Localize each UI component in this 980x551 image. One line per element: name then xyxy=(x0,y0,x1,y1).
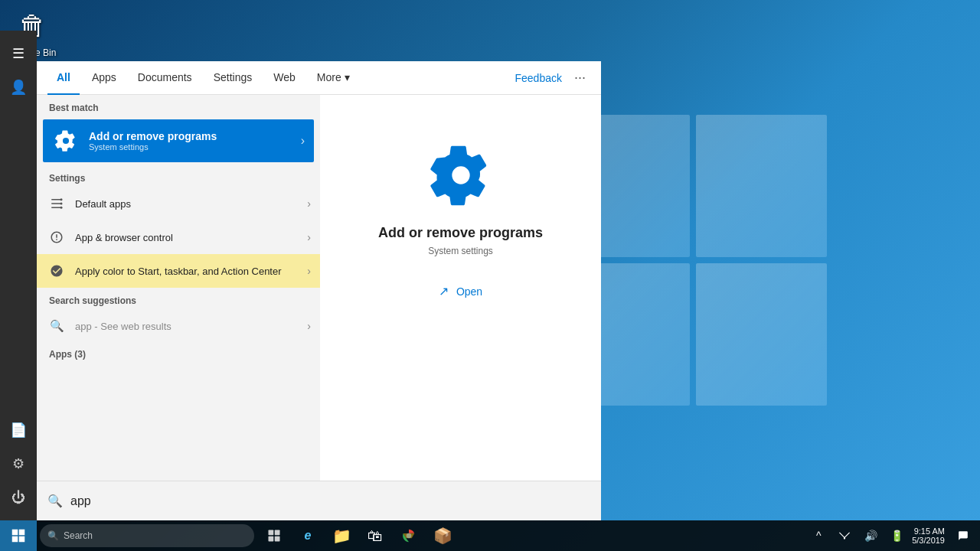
svg-point-0 xyxy=(60,198,63,201)
detail-action-label: Open xyxy=(456,285,482,298)
search-bar-icon: 🔍 xyxy=(47,494,63,508)
taskbar-app-edge[interactable]: e xyxy=(291,520,325,551)
taskbar-action-center[interactable] xyxy=(952,525,974,546)
taskbar-app-taskview[interactable] xyxy=(257,520,291,551)
svg-rect-10 xyxy=(275,536,280,542)
tab-all[interactable]: All xyxy=(47,61,80,95)
result-default-apps[interactable]: Default apps › xyxy=(37,187,320,220)
tab-bar: All Apps Documents Settings Web More ▾ F… xyxy=(37,61,601,95)
taskbar-search-icon: 🔍 xyxy=(47,530,59,541)
start-button[interactable] xyxy=(0,520,37,551)
sidebar-settings[interactable]: ⚙ xyxy=(3,448,34,479)
apply-color-icon xyxy=(46,260,67,282)
taskbar-battery[interactable]: 🔋 xyxy=(886,525,907,546)
best-match-arrow-icon: › xyxy=(301,134,305,148)
detail-subtitle: System settings xyxy=(428,246,493,256)
taskbar-app-explorer[interactable]: 📁 xyxy=(325,520,358,551)
tab-settings[interactable]: Settings xyxy=(204,61,262,95)
taskbar-app-chrome[interactable] xyxy=(392,520,426,551)
taskbar-network[interactable] xyxy=(834,525,855,546)
sidebar-user[interactable]: 👤 xyxy=(3,72,34,103)
default-apps-icon xyxy=(46,193,67,214)
suggestion-text: app - See web results xyxy=(75,321,307,332)
svg-point-2 xyxy=(60,207,63,209)
detail-gear-icon xyxy=(426,141,495,210)
content-area: Best match Add or remove programs System… xyxy=(37,95,601,481)
tab-ellipsis-button[interactable]: ··· xyxy=(568,70,592,86)
taskbar-sound[interactable]: 🔊 xyxy=(860,525,881,546)
default-apps-label: Default apps xyxy=(75,198,307,210)
search-bar[interactable]: 🔍 app xyxy=(37,481,601,520)
result-apply-color[interactable]: Apply color to Start, taskbar, and Actio… xyxy=(37,254,320,288)
detail-pane: Add or remove programs System settings ↗… xyxy=(320,95,601,481)
svg-point-1 xyxy=(60,203,63,205)
svg-rect-8 xyxy=(275,530,280,536)
taskbar-app-store[interactable]: 🛍 xyxy=(358,520,392,551)
results-pane: Best match Add or remove programs System… xyxy=(37,95,320,481)
taskbar-clock[interactable]: 9:15 AM 5/3/2019 xyxy=(912,527,945,545)
taskbar-app-box[interactable]: 📦 xyxy=(426,520,459,551)
taskbar-right: ^ 🔊 🔋 9:15 AM 5/3/2019 xyxy=(808,520,980,551)
tab-apps[interactable]: Apps xyxy=(83,61,126,95)
apps-section-header: Apps (3) xyxy=(37,343,320,363)
svg-rect-3 xyxy=(12,530,18,536)
default-apps-arrow: › xyxy=(307,197,311,210)
tab-more[interactable]: More ▾ xyxy=(308,61,359,95)
svg-rect-9 xyxy=(269,536,274,542)
svg-rect-6 xyxy=(19,536,25,543)
search-bar-input[interactable]: app xyxy=(70,494,590,508)
app-browser-icon xyxy=(46,227,67,248)
app-browser-label: App & browser control xyxy=(75,232,307,243)
best-match-text: Add or remove programs System settings xyxy=(89,130,301,152)
best-match-item[interactable]: Add or remove programs System settings › xyxy=(43,119,314,162)
tab-web[interactable]: Web xyxy=(264,61,305,95)
sidebar-documents[interactable]: 📄 xyxy=(3,415,34,445)
svg-rect-7 xyxy=(269,530,274,536)
sidebar-hamburger[interactable]: ☰ xyxy=(3,38,34,69)
tab-feedback[interactable]: Feedback xyxy=(509,72,568,84)
taskbar-search[interactable]: 🔍 Search xyxy=(40,524,254,547)
result-app-browser-control[interactable]: App & browser control › xyxy=(37,220,320,254)
suggestion-arrow: › xyxy=(307,320,311,332)
svg-rect-5 xyxy=(12,536,18,543)
settings-header: Settings xyxy=(37,165,320,187)
start-sidebar: ☰ 👤 📄 ⚙ ⏻ xyxy=(0,31,37,520)
search-panel: All Apps Documents Settings Web More ▾ F… xyxy=(37,61,601,520)
search-suggestions-header: Search suggestions xyxy=(37,288,320,309)
detail-title: Add or remove programs xyxy=(378,225,543,241)
suggestion-suffix: - See web results xyxy=(94,321,171,332)
svg-rect-4 xyxy=(19,530,25,536)
apply-color-label: Apply color to Start, taskbar, and Actio… xyxy=(75,266,307,277)
taskbar-search-placeholder: Search xyxy=(64,530,93,541)
apply-color-arrow: › xyxy=(307,265,311,277)
open-icon: ↗ xyxy=(439,284,449,298)
app-browser-arrow: › xyxy=(307,231,311,243)
detail-open-action[interactable]: ↗ Open xyxy=(439,279,482,303)
sidebar-power[interactable]: ⏻ xyxy=(3,482,34,513)
best-match-header: Best match xyxy=(37,95,320,116)
add-remove-programs-icon xyxy=(52,127,80,155)
taskbar: 🔍 Search e 📁 🛍 📦 ^ 🔊 🔋 xyxy=(0,520,980,551)
taskbar-chevron[interactable]: ^ xyxy=(808,525,829,546)
taskbar-apps: e 📁 🛍 📦 xyxy=(257,520,459,551)
search-suggestion-icon: 🔍 xyxy=(46,315,67,337)
suggestion-app-web[interactable]: 🔍 app - See web results › xyxy=(37,309,320,343)
tab-documents[interactable]: Documents xyxy=(129,61,201,95)
